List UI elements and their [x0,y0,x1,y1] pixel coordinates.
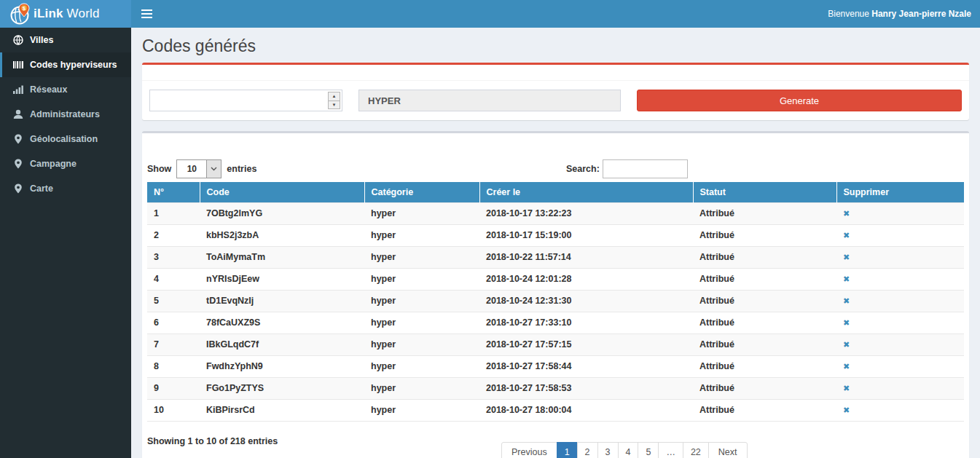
table-row: 10KiBPirsrCdhyper2018-10-27 18:00:04Attr… [147,399,964,421]
sidebar-item-administrateurs[interactable]: Administrateurs [0,102,131,127]
category-value: hyper [364,377,479,399]
delete-cell: ✖ [836,312,964,333]
code-value: nYRIsDjEew [200,268,364,290]
sidebar-item-carte[interactable]: Carte [0,176,131,201]
spinner-down-icon[interactable]: ▼ [328,100,340,110]
codes-table: N° Code Catégorie Créer le Statut Suppri… [147,182,964,422]
column-header-category[interactable]: Catégorie [364,182,479,202]
pagination-page-5[interactable]: 5 [638,442,659,458]
quantity-input[interactable] [149,90,342,111]
column-header-code[interactable]: Code [200,182,364,202]
table-row: 17OBtg2lmYGhyper2018-10-17 13:22:23Attri… [147,202,964,224]
code-value: kbHS2j3zbA [200,224,364,246]
status-value: Attribué [693,224,836,246]
pagination-page-3[interactable]: 3 [597,442,619,458]
category-value: hyper [364,290,479,312]
sidebar-item-r-seaux[interactable]: Réseaux [0,77,131,102]
chevron-down-icon [206,160,221,178]
column-header-delete[interactable]: Supprimer [836,182,964,202]
sidebar-item-villes[interactable]: Villes [0,28,131,52]
user-icon [13,109,23,119]
show-label: Show [147,164,171,174]
delete-code-icon[interactable]: ✖ [843,362,850,371]
pagination-previous-button[interactable]: Previous [501,442,557,458]
search-control: Search: [566,159,688,178]
category-value: hyper [364,268,479,290]
brand-bold: iLink [34,7,63,20]
code-value: 78fCaUXZ9S [200,312,364,333]
created-date: 2018-10-24 12:31:30 [479,290,693,312]
delete-code-icon[interactable]: ✖ [843,275,850,284]
sidebar-menu: VillesCodes hyperviseursRéseauxAdministr… [0,28,131,458]
row-number: 10 [147,399,200,421]
column-header-created[interactable]: Créer le [479,182,693,202]
column-header-status[interactable]: Statut [693,182,836,202]
category-value: hyper [364,355,479,377]
status-value: Attribué [693,268,836,290]
category-value: hyper [364,399,479,421]
sidebar-toggle-icon[interactable] [131,0,162,28]
row-number: 3 [147,246,200,268]
sidebar-item-label: Administrateurs [30,109,100,119]
map-marker-icon [13,159,23,169]
pagination-page-22[interactable]: 22 [683,442,709,458]
column-header-number[interactable]: N° [147,182,200,202]
table-row: 3ToAiMymaTmhyper2018-10-22 11:57:14Attri… [147,246,964,268]
sidebar-item-g-olocalisation[interactable]: Géolocalisation [0,127,131,151]
delete-code-icon[interactable]: ✖ [843,253,850,262]
delete-code-icon[interactable]: ✖ [843,406,850,415]
delete-code-icon[interactable]: ✖ [843,318,850,328]
brand-logo[interactable]: $ iLink World [0,0,131,28]
delete-code-icon[interactable]: ✖ [843,384,850,393]
row-number: 8 [147,355,200,377]
created-date: 2018-10-27 18:00:04 [479,399,693,421]
pagination-page-4[interactable]: 4 [618,442,639,458]
delete-cell: ✖ [836,290,964,312]
welcome-prefix: Bienvenue [828,9,871,19]
spinner-up-icon[interactable]: ▲ [328,92,340,100]
created-date: 2018-10-27 17:58:53 [479,377,693,399]
search-input[interactable] [603,159,688,178]
delete-code-icon[interactable]: ✖ [843,231,850,240]
table-row: 7IBkGLqdC7fhyper2018-10-27 17:57:15Attri… [147,333,964,355]
table-footer: Showing 1 to 10 of 218 entries Previous1… [147,436,964,458]
table-row: 9FGo1PyZTYShyper2018-10-27 17:58:53Attri… [147,377,964,399]
delete-cell: ✖ [836,377,964,399]
table-row: 4nYRIsDjEewhyper2018-10-24 12:01:28Attri… [147,268,964,290]
pagination-next-button[interactable]: Next [708,442,748,458]
pagination-ellipsis[interactable]: … [658,442,683,458]
entries-label: entries [227,164,256,174]
status-value: Attribué [693,246,836,268]
sidebar-item-label: Géolocalisation [30,134,98,144]
delete-cell: ✖ [836,355,964,377]
page-length-select[interactable]: 10 [176,159,222,178]
status-value: Attribué [693,377,836,399]
codes-table-panel: Show 10 entries Search: [142,131,969,458]
delete-code-icon[interactable]: ✖ [843,209,850,218]
created-date: 2018-10-27 17:33:10 [479,312,693,333]
pagination: Previous12345…22Next [501,442,748,458]
sidebar-item-label: Réseaux [30,84,67,95]
form-panel-header [142,65,969,81]
code-value: tD1EvqNzIj [200,290,364,312]
category-value: hyper [364,246,479,268]
search-label: Search: [566,164,600,174]
generate-form: ▲ ▼ Generate [142,81,969,120]
category-value: hyper [364,224,479,246]
main-content: Codes générés ▲ ▼ Generate [131,28,980,458]
sidebar-item-codes-hyperviseurs[interactable]: Codes hyperviseurs [0,52,131,77]
page-length-control: Show 10 entries [147,159,964,178]
delete-code-icon[interactable]: ✖ [843,296,850,306]
signal-icon [13,84,23,95]
status-value: Attribué [693,399,836,421]
delete-code-icon[interactable]: ✖ [843,340,850,350]
pagination-page-1[interactable]: 1 [557,442,578,458]
brand-name: iLink World [34,7,100,21]
application-window: $ iLink World Bienvenue Hanry Jean-pierr… [0,0,980,458]
sidebar-item-campagne[interactable]: Campagne [0,151,131,176]
pagination-page-2[interactable]: 2 [577,442,598,458]
created-date: 2018-10-17 13:22:23 [479,202,693,224]
generate-button[interactable]: Generate [637,90,962,111]
created-date: 2018-10-22 11:57:14 [479,246,693,268]
category-value: hyper [364,202,479,224]
